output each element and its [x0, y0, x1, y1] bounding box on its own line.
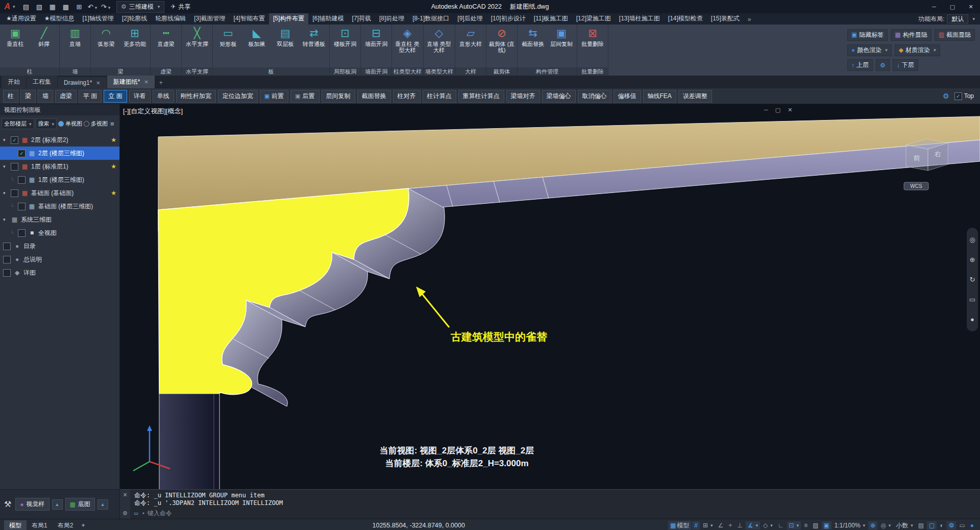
section-visibility-button[interactable]: ▥截面显隐 — [935, 29, 975, 41]
ribbon-tab[interactable]: [10]初步设计 — [487, 13, 530, 25]
ribbon-button[interactable]: ⊘裁剪体 (直线) — [487, 26, 516, 53]
tree-checkbox[interactable] — [11, 163, 18, 171]
tree-checkbox[interactable] — [11, 189, 18, 197]
toolbar-button[interactable]: 定位边加宽 — [218, 90, 258, 103]
minimize-button[interactable]: ─ — [925, 0, 943, 13]
layout-tab[interactable]: 模型 — [4, 520, 27, 530]
command-close-icon[interactable]: ✕ — [122, 492, 127, 498]
dynamic-input-icon[interactable]: + — [726, 521, 734, 529]
toolbar-button[interactable]: 刚性杆加宽 — [176, 90, 216, 103]
tree-item[interactable]: └✓▦2层 (楼层三维图) — [0, 147, 119, 160]
favorite-star-icon[interactable]: ★ — [111, 189, 116, 197]
autocad-logo-menu[interactable]: A ▾ — [0, 2, 19, 11]
tree-item[interactable]: ▾▦1层 (标准层1)★ — [0, 160, 119, 173]
tree-checkbox[interactable] — [3, 243, 11, 250]
favorite-star-icon[interactable]: ★ — [111, 136, 116, 143]
toolbar-button[interactable]: 截面替换 — [357, 90, 391, 103]
top-checkbox[interactable]: ✓ Top — [954, 92, 974, 100]
viewport-controls-label[interactable]: [-][自定义视图][概念] — [123, 107, 183, 116]
osnap-tracking-icon[interactable]: ∟ — [776, 521, 786, 529]
open-file-icon[interactable]: ▧ — [33, 3, 46, 11]
tree-checkbox[interactable] — [3, 256, 11, 263]
material-render-button[interactable]: ◆材质渲染▾ — [895, 44, 940, 56]
ribbon-tab[interactable]: [11]板施工图 — [530, 13, 572, 25]
ribbon-tab[interactable]: ★模型信息 — [40, 13, 79, 25]
undo-icon[interactable]: ↶▾ — [86, 3, 99, 11]
object-snap-icon[interactable]: ⊡▾ — [787, 521, 801, 529]
drawing-viewport[interactable]: 前 右 WCS [-][自定义视图][概念] ─ ▢ ✕ 古建筑模型中的雀替 — [120, 104, 980, 489]
tree-checkbox[interactable] — [18, 229, 26, 237]
favorite-star-icon[interactable]: ★ — [111, 163, 116, 170]
tree-checkbox[interactable]: ✓ — [11, 136, 18, 144]
ribbon-button[interactable]: ⊡楼板开洞 — [331, 26, 359, 47]
save-icon[interactable]: ▦ — [46, 3, 59, 11]
snap-mode-icon[interactable]: ⊞▾ — [701, 521, 715, 529]
redo-icon[interactable]: ↷▾ — [99, 3, 112, 11]
upper-layer-button[interactable]: ↑上层 — [847, 59, 873, 71]
list-menu-icon[interactable]: ≡ — [110, 120, 114, 128]
tree-item[interactable]: ▾✓▦2层 (标准层2)★ — [0, 133, 119, 147]
ribbon-tab[interactable]: [8-1]数据接口 — [408, 13, 453, 25]
ribbon-button[interactable]: ╱斜撑 — [30, 26, 58, 47]
annotation-autoscale-icon[interactable]: ◎▾ — [878, 521, 893, 529]
lower-layer-button[interactable]: ↓下层 — [893, 59, 918, 71]
layout-selector[interactable]: 功能布局: 默认 ▾ — [918, 14, 980, 25]
ribbon-button[interactable]: ◠弧形梁 — [92, 26, 120, 47]
close-button[interactable]: ✕ — [962, 0, 980, 13]
viewcube-right-face[interactable]: 右 — [935, 150, 941, 158]
ribbon-tab[interactable]: [4]智能布置 — [230, 13, 269, 25]
new-tab-button[interactable]: + — [155, 77, 167, 88]
ribbon-button[interactable]: ⊠批量删除 — [578, 26, 607, 47]
toolbar-button[interactable]: 层间复制 — [322, 90, 355, 103]
add-layout-button[interactable]: + — [78, 521, 88, 530]
more-nav-icon[interactable]: ● — [970, 316, 974, 323]
component-visibility-button[interactable]: ▦构件显隐 — [891, 29, 931, 41]
panel-up-arrow[interactable]: ▲ — [97, 499, 108, 510]
pan-icon[interactable]: ⊕ — [970, 256, 975, 263]
ribbon-button[interactable]: ▤双层板 — [271, 26, 300, 47]
model-canvas[interactable]: 前 右 WCS — [120, 104, 980, 489]
ribbon-tab[interactable]: ★通用设置 — [2, 13, 40, 25]
ribbon-tab[interactable]: [7]荷载 — [348, 13, 375, 25]
selection-cycling-icon[interactable]: ▣ — [822, 521, 831, 529]
view-cube[interactable]: 前 右 — [906, 139, 948, 171]
workspace-selector[interactable]: ⚙ 三维建模 ▾ — [116, 1, 164, 13]
expander-icon[interactable]: ▾ — [3, 190, 8, 196]
toolbar-button[interactable]: ▣前置 — [260, 90, 288, 103]
base-drawing-button[interactable]: ▦底图 — [65, 498, 95, 511]
share-button[interactable]: ✈ 共享 — [170, 3, 190, 11]
toolbar-button[interactable]: 立 面 — [104, 90, 127, 103]
ribbon-tab[interactable]: [8]前处理 — [375, 13, 408, 25]
ribbon-button[interactable]: ◇直墙 类型大样 — [425, 26, 453, 53]
tree-checkbox[interactable] — [3, 269, 11, 277]
toolbar-button[interactable]: 取消偏心 — [578, 90, 611, 103]
tree-checkbox[interactable] — [18, 203, 26, 210]
file-tab[interactable]: 工程集 — [27, 76, 57, 88]
toolbar-button[interactable]: 墙 — [38, 90, 53, 103]
ribbon-tab[interactable]: [14]模型检查 — [664, 13, 707, 25]
lineweight-icon[interactable]: ≡ — [802, 521, 810, 529]
tree-item[interactable]: ●总说明 — [0, 253, 119, 266]
tree-item[interactable]: └■全视图 — [0, 226, 119, 239]
toolbar-button[interactable]: 详看 — [129, 90, 151, 103]
customization-icon[interactable]: ● — [968, 521, 976, 529]
transparency-icon[interactable]: ▨ — [811, 521, 820, 529]
wcs-button[interactable]: WCS — [904, 182, 928, 190]
ribbon-button[interactable]: ┅直虚梁 — [152, 26, 180, 47]
grid-display-icon[interactable]: # — [692, 521, 700, 529]
hide-tags-button[interactable]: ▣隐藏标签 — [847, 29, 888, 41]
ribbon-button[interactable]: ◈垂直柱 类型大样 — [393, 26, 422, 53]
toolbar-button[interactable]: 单线 — [153, 90, 174, 103]
ribbon-button[interactable]: ▱直形大样 — [456, 26, 485, 47]
ribbon-tab[interactable]: [12]梁施工图 — [572, 13, 615, 25]
toolbar-button[interactable]: 柱对齐 — [393, 90, 421, 103]
ribbon-button[interactable]: ▣层间复制 — [547, 26, 576, 47]
quick-properties-icon[interactable]: ▤ — [916, 521, 926, 529]
tree-item[interactable]: └▦1层 (楼层三维图) — [0, 173, 119, 186]
layout-tab[interactable]: 布局2 — [53, 520, 79, 530]
file-tab[interactable]: Drawing1*✕ — [58, 77, 107, 88]
ribbon-tab[interactable]: [15]装配式 — [707, 13, 744, 25]
polar-tracking-icon[interactable]: ∡▾ — [746, 521, 760, 529]
tree-item[interactable]: ●目录 — [0, 239, 119, 253]
toolbar-gear-icon[interactable]: ⚙ — [943, 92, 949, 100]
